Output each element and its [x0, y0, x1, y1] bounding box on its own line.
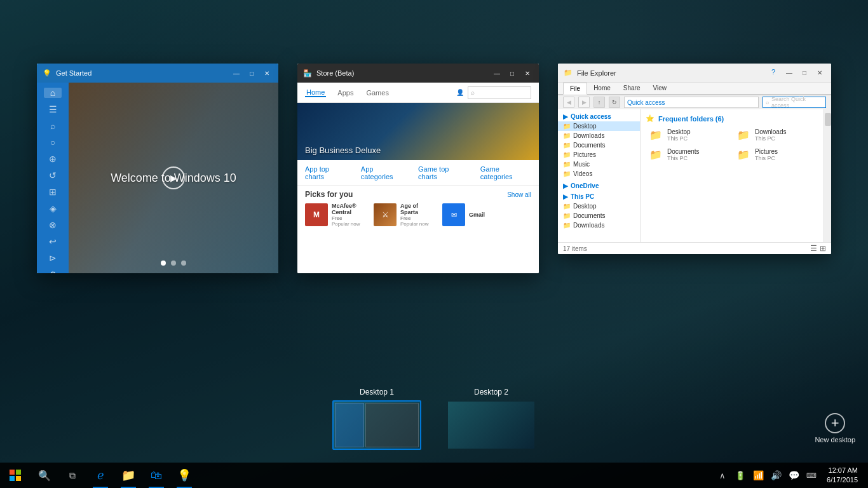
pick-item-sparta[interactable]: ⚔ Age of Sparta Free Popular now	[374, 203, 437, 227]
fe-folder-pictures-icon: 📁	[736, 149, 751, 161]
store-minimize[interactable]: —	[491, 68, 503, 78]
fe-sidebar-pictures[interactable]: 📁 Pictures	[558, 150, 640, 159]
fe-onedrive-header[interactable]: ▶ OneDrive	[558, 181, 640, 191]
gs-dot-3[interactable]	[181, 261, 186, 266]
fe-sidebar-music[interactable]: 📁 Music	[558, 159, 640, 169]
fe-folder-desktop[interactable]: 📁 Desktop This PC	[646, 126, 731, 144]
start-button[interactable]	[0, 463, 31, 488]
gs-history-icon[interactable]: ↩	[44, 236, 62, 247]
fe-sidebar-documents[interactable]: 📁 Documents	[558, 140, 640, 150]
fe-scrollbar[interactable]	[824, 109, 831, 242]
store-nav-apps[interactable]: Apps	[336, 89, 355, 97]
store-tab-app-categories[interactable]: App categories	[361, 165, 405, 180]
store-controls: — □ ✕	[491, 68, 534, 78]
get-started-maximize[interactable]: □	[245, 68, 258, 78]
desktop-1-thumb[interactable]	[332, 400, 421, 450]
gs-map-icon[interactable]: ⊞	[44, 187, 62, 197]
taskbar-edge[interactable]: ℯ	[86, 463, 114, 488]
store-nav-games[interactable]: Games	[365, 89, 390, 97]
clock-date: 6/17/2015	[827, 475, 858, 485]
fe-tab-home[interactable]: Home	[587, 83, 617, 94]
file-explorer-window[interactable]: 📁 File Explorer 📁 File Explorer ? — □ ✕ …	[558, 64, 831, 254]
fe-sidebar-desktop[interactable]: 📁 Desktop	[558, 121, 640, 131]
gs-menu-icon[interactable]: ☰	[44, 104, 62, 114]
fe-scrollbar-thumb[interactable]	[825, 113, 831, 126]
fe-search-bar[interactable]: ⌕ Search Quick access	[763, 97, 826, 108]
gs-home-icon[interactable]: ⌂	[44, 88, 62, 98]
gs-dot-1[interactable]	[161, 261, 166, 266]
gs-person-icon[interactable]: ○	[44, 137, 62, 147]
pick-item-gmail[interactable]: ✉ Gmail	[442, 203, 506, 227]
gs-dot-2[interactable]	[171, 261, 176, 266]
store-tab-game-charts[interactable]: Game top charts	[418, 165, 468, 180]
store-tab-game-categories[interactable]: Game categories	[480, 165, 531, 180]
fe-back-btn[interactable]: ◀	[563, 97, 574, 108]
dt-win-2	[365, 403, 419, 447]
store-titlebar: 🏪 Store (Beta) — □ ✕	[297, 64, 539, 83]
gs-globe-icon[interactable]: ⊕	[44, 154, 62, 164]
store-window[interactable]: 🛍 Store (Beta) 🏪 Store (Beta) — □ ✕ Home…	[297, 64, 539, 273]
show-all-button[interactable]: Show all	[507, 191, 531, 198]
fe-close[interactable]: ✕	[813, 68, 826, 78]
fe-grid-view-icon[interactable]: ⊞	[820, 244, 826, 253]
taskbar-store[interactable]: 🛍	[142, 463, 170, 488]
get-started-window[interactable]: 💡 Get Started 💡 Get Started — □ ✕ ⌂ ☰ ⌕ …	[37, 64, 278, 273]
volume-icon: 🔊	[771, 470, 782, 480]
fe-quick-access-header[interactable]: ▶ Quick access	[558, 112, 640, 121]
store-maximize[interactable]: □	[506, 68, 519, 78]
gs-settings-icon[interactable]: ⚙	[44, 269, 62, 273]
taskbar-taskview-button[interactable]: ⧉	[58, 463, 86, 488]
tray-chevron[interactable]: ∧	[715, 463, 730, 488]
desktop-2-label: Desktop 2	[474, 388, 508, 396]
store-user-icon[interactable]: 👤	[456, 89, 464, 96]
fe-folder-documents[interactable]: 📁 Documents This PC	[646, 146, 731, 163]
fe-address-bar[interactable]: Quick access	[624, 97, 759, 108]
get-started-close[interactable]: ✕	[261, 68, 273, 78]
desktop-2-thumb[interactable]	[447, 400, 536, 450]
get-started-minimize[interactable]: —	[230, 68, 243, 78]
store-close[interactable]: ✕	[521, 68, 534, 78]
fe-thispc-documents[interactable]: 📁 Documents	[558, 211, 640, 220]
fe-tab-share[interactable]: Share	[617, 83, 647, 94]
fe-list-view-icon[interactable]: ☰	[810, 244, 817, 253]
fe-forward-btn[interactable]: ▶	[578, 97, 590, 108]
fe-quick-access-label: Quick access	[571, 113, 611, 120]
pick-item-mcafee[interactable]: M McAfee® Central Free Popular now	[305, 203, 369, 227]
fe-thispc-desktop[interactable]: 📁 Desktop	[558, 201, 640, 211]
store-nav-home[interactable]: Home	[305, 88, 326, 97]
tray-clock[interactable]: 12:07 AM 6/17/2015	[822, 466, 863, 485]
fe-sidebar-downloads[interactable]: 📁 Downloads	[558, 131, 640, 140]
fe-folder-pictures[interactable]: 📁 Pictures This PC	[733, 146, 818, 163]
taskbar-get-started[interactable]: 💡	[170, 463, 198, 488]
fe-tab-file[interactable]: File	[563, 83, 587, 95]
store-search[interactable]: ⌕	[468, 86, 531, 99]
fe-maximize[interactable]: □	[798, 68, 811, 78]
gs-refresh-icon[interactable]: ↺	[44, 170, 62, 180]
fe-help-icon[interactable]: ?	[771, 68, 775, 78]
fe-tab-view[interactable]: View	[647, 83, 674, 94]
fe-thispc-downloads[interactable]: 📁 Downloads	[558, 220, 640, 230]
tray-wifi[interactable]: 📶	[750, 463, 766, 488]
gs-xbox-icon[interactable]: ⊗	[44, 220, 62, 230]
tray-keyboard[interactable]: ⌨	[804, 463, 819, 488]
fe-minimize[interactable]: —	[783, 68, 796, 78]
sparta-name: Age of Sparta	[400, 203, 437, 215]
gs-search-icon[interactable]: ⌕	[44, 121, 62, 131]
fe-thispc-header[interactable]: ▶ This PC	[558, 192, 640, 201]
fe-sidebar-videos[interactable]: 📁 Videos	[558, 169, 640, 179]
tray-notifications[interactable]: 💬	[786, 463, 801, 488]
fe-refresh-btn[interactable]: ↻	[609, 97, 620, 108]
get-started-content: ⌂ ☰ ⌕ ○ ⊕ ↺ ⊞ ◈ ⊗ ↩ ⊳ ⚙ ▶ Welcome to Win…	[37, 83, 278, 273]
gs-pin-icon[interactable]: ◈	[44, 203, 62, 214]
taskbar-search-button[interactable]: 🔍	[31, 463, 58, 488]
new-desktop-button[interactable]: + New desktop	[815, 413, 855, 444]
tray-volume[interactable]: 🔊	[768, 463, 783, 488]
gs-cast-icon[interactable]: ⊳	[44, 253, 62, 263]
svg-rect-3	[16, 476, 21, 481]
fe-folder-downloads[interactable]: 📁 Downloads This PC	[733, 126, 818, 144]
taskbar-file-explorer[interactable]: 📁	[114, 463, 142, 488]
store-tab-app-charts[interactable]: App top charts	[305, 165, 348, 180]
tray-battery[interactable]: 🔋	[733, 463, 748, 488]
mcafee-price: Free	[332, 215, 369, 221]
fe-up-btn[interactable]: ↑	[593, 97, 605, 108]
